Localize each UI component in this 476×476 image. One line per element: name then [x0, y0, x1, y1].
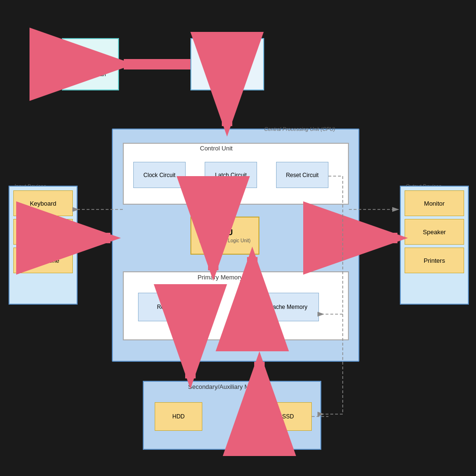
monitor-item: Monitor [405, 190, 464, 216]
alu-subtitle: (Arithmetic & Logic Unit) [199, 238, 251, 243]
clock-circuit-box: Clock Circuit [133, 162, 186, 188]
power-supply-title: Power Supply [208, 52, 246, 60]
hdd-box: HDD [155, 402, 202, 431]
speaker-item: Speaker [405, 219, 464, 245]
microphone-item: Microphone [13, 248, 73, 273]
cache-memory-box: Cache Memory [257, 293, 319, 321]
output-devices-box: Monitor Speaker Printers [400, 186, 469, 305]
input-devices-box: Keyboard Mouse Microphone [9, 186, 78, 305]
snowflake-icon: ❄≋ [76, 51, 105, 71]
cooling-fan-box: ❄≋ Cooling Fan [62, 38, 119, 90]
latch-circuit-box: Latch Circuit [205, 162, 257, 188]
power-supply-box: Power Supply SMPS [190, 38, 264, 90]
secondary-memory-title: Secondary/Auxiliary Memory [188, 383, 267, 390]
primary-memory-title: Primary Memory Unit [198, 274, 256, 281]
cooling-fan-label: Cooling Fan [75, 71, 106, 78]
ssd-box: SSD [264, 402, 312, 431]
alu-box: ALU (Arithmetic & Logic Unit) [190, 217, 259, 255]
registers-box: Registers [138, 293, 200, 321]
mouse-item: Mouse [13, 219, 73, 245]
smps-box: SMPS [208, 62, 246, 76]
reset-circuit-box: Reset Circuit [276, 162, 328, 188]
alu-title: ALU [217, 228, 233, 237]
control-unit-title: Control Unit [200, 145, 233, 152]
cpu-label: Central Processing Unit (CPU) [264, 126, 335, 132]
keyboard-item: Keyboard [13, 190, 73, 216]
printers-item: Printers [405, 248, 464, 273]
